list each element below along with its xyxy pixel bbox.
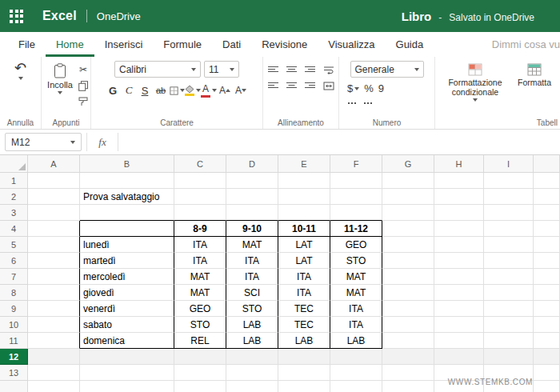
copy-button[interactable] [78,79,88,92]
cell-G4[interactable] [382,221,434,237]
cell-E11[interactable]: LAB [278,333,330,349]
cell-H8[interactable] [434,285,484,301]
cell-D11[interactable]: LAB [226,333,278,349]
row-header-10[interactable]: 10 [0,317,28,333]
merge-center-button[interactable] [322,80,336,91]
font-color-button[interactable]: A [202,82,217,98]
align-left-button[interactable] [266,80,281,91]
cell-B2[interactable]: Prova salvataggio [80,189,174,205]
align-center-button[interactable] [285,80,299,91]
percent-style-button[interactable]: % [364,82,374,94]
borders-button[interactable] [170,82,185,98]
row-header-9[interactable]: 9 [0,301,28,317]
cell-C1[interactable] [174,173,226,189]
cell-A10[interactable] [28,317,80,333]
cell-D2[interactable] [226,189,278,205]
cell-G6[interactable] [382,253,434,269]
cell-D9[interactable]: STO [226,301,278,317]
cell-H12[interactable] [434,349,484,365]
cell-F4[interactable]: 11-12 [330,221,382,237]
document-title[interactable]: Libro [402,10,432,23]
cell-D8[interactable]: SCI [226,285,278,301]
cell-C7[interactable]: MAT [174,269,226,285]
tell-me-search[interactable]: Dimmi cosa vu [492,32,560,57]
col-header-A[interactable]: A [28,155,80,173]
cell-B4[interactable] [80,221,174,237]
cell-F2[interactable] [330,189,382,205]
cell-B13[interactable] [80,365,174,381]
cell-I9[interactable] [484,301,534,317]
decrease-font-size-button[interactable]: A [234,82,249,98]
cell-E10[interactable]: TEC [278,317,330,333]
cell-H5[interactable] [434,237,484,253]
cell-A2[interactable] [28,189,80,205]
decrease-decimal-button[interactable] [363,99,374,107]
cell-B9[interactable]: venerdì [80,301,174,317]
select-all-corner[interactable] [0,155,28,173]
cell-E8[interactable]: ITA [278,285,330,301]
cell-A5[interactable] [28,237,80,253]
cell-F11[interactable]: LAB [330,333,382,349]
cell-G9[interactable] [382,301,434,317]
tab-dati[interactable]: Dati [212,32,251,57]
tab-formule[interactable]: Formule [153,32,212,57]
bold-button[interactable]: G [106,82,121,98]
cell-G2[interactable] [382,189,434,205]
cell-A8[interactable] [28,285,80,301]
col-header-D[interactable]: D [226,155,278,173]
conditional-formatting-button[interactable]: Formattazione condizionale [441,61,510,104]
cell-H2[interactable] [434,189,484,205]
cell-H7[interactable] [434,269,484,285]
cell-B6[interactable]: martedì [80,253,174,269]
cell-A9[interactable] [28,301,80,317]
cell-F8[interactable]: MAT [330,285,382,301]
paste-button[interactable]: Incolla [44,61,76,108]
cell-D3[interactable] [226,205,278,221]
font-size-select[interactable]: 11 [204,61,239,78]
cell-D10[interactable]: LAB [226,317,278,333]
comma-style-button[interactable]: 9 [378,82,384,94]
cell-H4[interactable] [434,221,484,237]
save-status[interactable]: Salvato in OneDrive [449,12,534,23]
tab-guida[interactable]: Guida [386,32,434,57]
cell-F6[interactable]: STO [330,253,382,269]
cell-H1[interactable] [434,173,484,189]
cell-E9[interactable]: TEC [278,301,330,317]
cell-H3[interactable] [434,205,484,221]
col-header-F[interactable]: F [330,155,382,173]
cell-H6[interactable] [434,253,484,269]
row-header-12[interactable]: 12 [0,349,28,365]
cell-A4[interactable] [28,221,80,237]
cell-E2[interactable] [278,189,330,205]
cell-E5[interactable]: LAT [278,237,330,253]
cell-B7[interactable]: mercoledì [80,269,174,285]
cell-A12[interactable] [28,349,80,365]
app-launcher-icon[interactable] [10,10,23,23]
cell-H11[interactable] [434,333,484,349]
cell-C6[interactable]: ITA [174,253,226,269]
service-name[interactable]: OneDrive [97,10,141,22]
cell-C13[interactable] [174,365,226,381]
cell-D12[interactable] [226,349,278,365]
cell-C3[interactable] [174,205,226,221]
cell-D4[interactable]: 9-10 [226,221,278,237]
cell-G12[interactable] [382,349,434,365]
cell-A6[interactable] [28,253,80,269]
cell-I2[interactable] [484,189,534,205]
row-header-3[interactable]: 3 [0,205,28,221]
row-header-6[interactable]: 6 [0,253,28,269]
cell-F9[interactable]: ITA [330,301,382,317]
cell-H10[interactable] [434,317,484,333]
col-header-C[interactable]: C [174,155,226,173]
cell-B5[interactable]: lunedì [80,237,174,253]
cell-C5[interactable]: ITA [174,237,226,253]
cell-G7[interactable] [382,269,434,285]
increase-font-size-button[interactable]: A [218,82,233,98]
cell-G10[interactable] [382,317,434,333]
cell-E4[interactable]: 10-11 [278,221,330,237]
cell-B8[interactable]: giovedì [80,285,174,301]
tab-home[interactable]: Home [46,32,94,57]
cell-E13[interactable] [278,365,330,381]
cell-I1[interactable] [484,173,534,189]
cell-E12[interactable] [278,349,330,365]
